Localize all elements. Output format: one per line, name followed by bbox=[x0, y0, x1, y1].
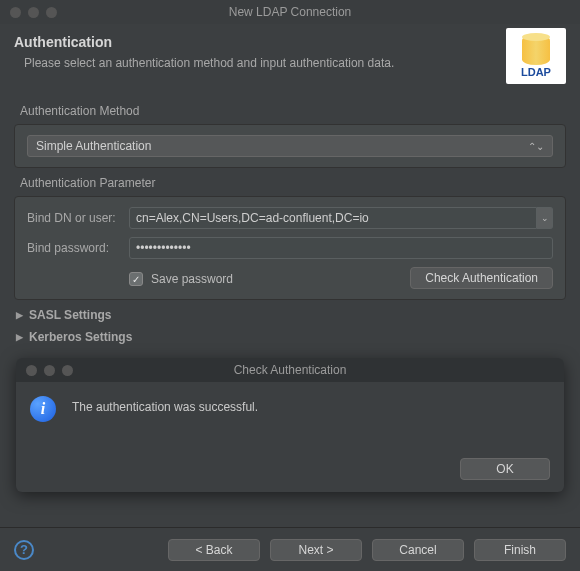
zoom-window-icon[interactable] bbox=[46, 7, 57, 18]
triangle-right-icon: ▶ bbox=[16, 310, 23, 320]
info-icon: i bbox=[30, 396, 56, 422]
page-title: Authentication bbox=[14, 34, 506, 50]
save-password-label: Save password bbox=[151, 272, 233, 286]
dropdown-chevron-icon: ⌃⌄ bbox=[528, 141, 544, 152]
dialog-titlebar: Check Authentication bbox=[16, 358, 564, 382]
back-button[interactable]: < Back bbox=[168, 539, 260, 561]
sasl-settings-label: SASL Settings bbox=[29, 308, 111, 322]
help-icon[interactable]: ? bbox=[14, 540, 34, 560]
bind-password-label: Bind password: bbox=[27, 241, 119, 255]
kerberos-settings-toggle[interactable]: ▶ Kerberos Settings bbox=[16, 330, 566, 344]
auth-param-label: Authentication Parameter bbox=[20, 176, 566, 190]
sasl-settings-toggle[interactable]: ▶ SASL Settings bbox=[16, 308, 566, 322]
kerberos-settings-label: Kerberos Settings bbox=[29, 330, 132, 344]
dialog-message: The authentication was successful. bbox=[72, 400, 258, 414]
auth-method-select[interactable]: Simple Authentication ⌃⌄ bbox=[27, 135, 553, 157]
bind-dn-label: Bind DN or user: bbox=[27, 211, 119, 225]
wizard-header: Authentication Please select an authenti… bbox=[0, 24, 580, 88]
next-button[interactable]: Next > bbox=[270, 539, 362, 561]
cancel-button[interactable]: Cancel bbox=[372, 539, 464, 561]
traffic-lights bbox=[0, 7, 57, 18]
check-auth-dialog: Check Authentication i The authenticatio… bbox=[16, 358, 564, 492]
auth-method-panel: Simple Authentication ⌃⌄ bbox=[14, 124, 566, 168]
dialog-traffic-lights bbox=[16, 365, 73, 376]
close-window-icon[interactable] bbox=[10, 7, 21, 18]
database-cylinder-icon bbox=[522, 35, 550, 65]
zoom-dialog-icon[interactable] bbox=[62, 365, 73, 376]
page-subtitle: Please select an authentication method a… bbox=[14, 56, 506, 70]
triangle-right-icon: ▶ bbox=[16, 332, 23, 342]
close-dialog-icon[interactable] bbox=[26, 365, 37, 376]
ldap-icon-label: LDAP bbox=[521, 66, 551, 78]
auth-method-label: Authentication Method bbox=[20, 104, 566, 118]
auth-param-panel: Bind DN or user: ⌄ Bind password: ✓ Save… bbox=[14, 196, 566, 300]
minimize-window-icon[interactable] bbox=[28, 7, 39, 18]
bind-dn-input[interactable] bbox=[129, 207, 537, 229]
auth-method-selected: Simple Authentication bbox=[36, 139, 151, 153]
window-titlebar: New LDAP Connection bbox=[0, 0, 580, 24]
check-authentication-button[interactable]: Check Authentication bbox=[410, 267, 553, 289]
ok-button[interactable]: OK bbox=[460, 458, 550, 480]
window-title: New LDAP Connection bbox=[0, 5, 580, 19]
bind-password-input[interactable] bbox=[129, 237, 553, 259]
finish-button[interactable]: Finish bbox=[474, 539, 566, 561]
dialog-title: Check Authentication bbox=[16, 363, 564, 377]
bind-dn-dropdown-icon[interactable]: ⌄ bbox=[537, 207, 553, 229]
wizard-footer: ? < Back Next > Cancel Finish bbox=[0, 527, 580, 571]
ldap-icon: LDAP bbox=[506, 28, 566, 84]
save-password-checkbox[interactable]: ✓ bbox=[129, 272, 143, 286]
minimize-dialog-icon[interactable] bbox=[44, 365, 55, 376]
